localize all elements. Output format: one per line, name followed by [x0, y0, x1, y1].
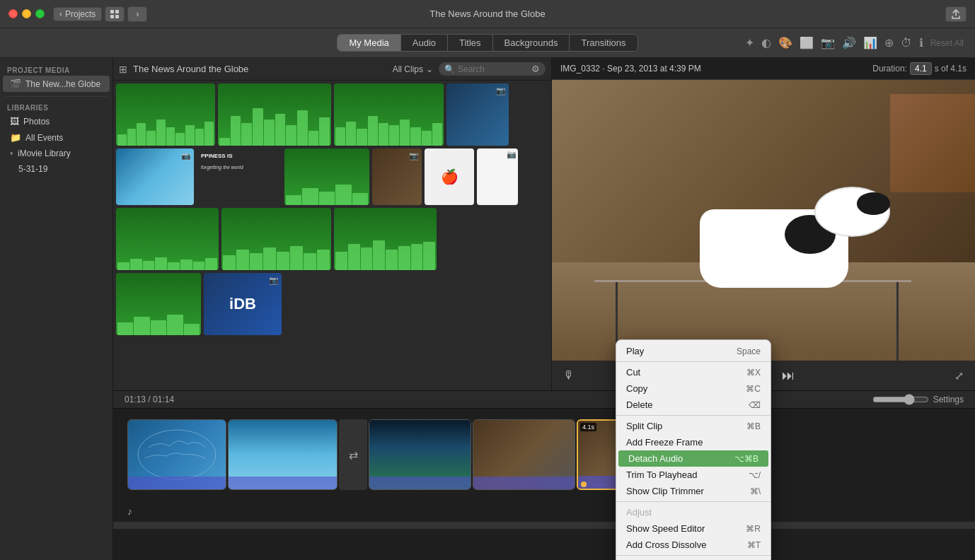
duration-value[interactable]: 4.1: [910, 62, 932, 75]
clip-thumbnail-card[interactable]: 🍎: [425, 148, 474, 205]
project-media-label: PROJECT MEDIA: [0, 64, 112, 76]
timeline-transition[interactable]: ⇄: [339, 419, 367, 490]
close-button[interactable]: [8, 9, 18, 18]
clip-thumbnail-5[interactable]: [221, 208, 331, 270]
fast-forward-button[interactable]: ⏭: [782, 368, 795, 383]
sidebar-item-photos[interactable]: 🖼 Photos: [3, 113, 110, 129]
thumbnail-grid: 📷 📷 PPINESS IS forgetting the world: [113, 81, 551, 390]
clip-thumbnail-idb[interactable]: 📷 iDB: [204, 273, 282, 335]
clip-thumbnail-3[interactable]: [334, 83, 444, 146]
ctx-split-clip[interactable]: Split Clip ⌘B: [616, 418, 771, 434]
camera-badge-3-icon: 📷: [409, 151, 419, 161]
ctx-detach-audio[interactable]: Detach Audio ⌥⌘B: [618, 450, 768, 467]
ctx-separator-4: [616, 555, 771, 556]
reset-all-button[interactable]: Reset All: [930, 38, 964, 48]
clip-thumbnail-7[interactable]: [116, 273, 201, 335]
timeline-clip-waterfall[interactable]: [228, 419, 338, 490]
ctx-separator-1: [616, 361, 771, 362]
fullscreen-icon[interactable]: ⤢: [954, 369, 964, 383]
equalizer-icon[interactable]: 📊: [863, 36, 877, 49]
clip-thumbnail-waterfall[interactable]: 📷: [116, 148, 194, 205]
timeline-settings: Settings: [872, 394, 964, 405]
clip-thumbnail-green-mid[interactable]: [284, 148, 369, 205]
microphone-icon[interactable]: 🎙: [563, 369, 575, 382]
ctx-show-clip-trimmer[interactable]: Show Clip Trimmer ⌘\: [616, 483, 771, 499]
ctx-separator-2: [616, 415, 771, 416]
info-icon[interactable]: ℹ: [919, 36, 923, 49]
ctx-add-cross-dissolve[interactable]: Add Cross Dissolve ⌘T: [616, 537, 771, 553]
timeline-clip-aurora[interactable]: [369, 419, 471, 490]
ctx-trim-to-playhead[interactable]: Trim To Playhead ⌥/: [616, 467, 771, 483]
nav-forward-button[interactable]: ›: [127, 6, 147, 22]
grid-view-icon[interactable]: ⊞: [119, 64, 127, 75]
duration-label: Duration:: [872, 64, 907, 74]
tab-group: My Media Audio Titles Backgrounds Transi…: [337, 34, 638, 52]
ctx-delete[interactable]: Delete ⌫: [616, 397, 771, 413]
search-settings-icon[interactable]: ⚙: [531, 64, 540, 74]
chevron-left-icon: ‹: [59, 9, 62, 19]
clip-handle-left[interactable]: [581, 482, 587, 487]
preview-header: IMG_0332 · Sep 23, 2013 at 4:39 PM Durat…: [552, 58, 975, 80]
clip-thumbnail-6[interactable]: [334, 208, 437, 270]
thumb-row-1: 📷: [116, 83, 548, 146]
tab-backgrounds[interactable]: Backgrounds: [493, 35, 570, 51]
browser-header: ⊞ The News Around the Globe All Clips ⌄ …: [113, 58, 551, 81]
clip-thumbnail-dog-mid[interactable]: 📷: [372, 148, 422, 205]
maximize-button[interactable]: [35, 9, 45, 18]
ctx-show-clip-trimmer-label: Show Clip Trimmer: [626, 486, 704, 496]
camera-icon[interactable]: 📷: [821, 36, 835, 49]
sidebar-item-imovie-library[interactable]: ▾ iMovie Library: [3, 146, 110, 161]
ctx-cut-label: Cut: [626, 367, 640, 378]
nav-grid-button[interactable]: [105, 6, 125, 22]
ctx-play[interactable]: Play Space: [616, 343, 771, 359]
clip-thumbnail-text[interactable]: PPINESS IS forgetting the world: [197, 148, 282, 205]
waveform-mid: [284, 171, 369, 205]
clip-thumbnail-photo-1[interactable]: 📷: [446, 83, 509, 146]
search-bar[interactable]: 🔍 ⚙: [439, 62, 546, 76]
tab-my-media[interactable]: My Media: [338, 35, 400, 51]
toolbar: My Media Audio Titles Backgrounds Transi…: [0, 28, 975, 58]
zoom-slider[interactable]: [872, 394, 929, 405]
film-icon: 🎬: [10, 78, 21, 89]
expand-triangle: ▾: [10, 150, 13, 157]
color-balance-icon[interactable]: 🎨: [778, 36, 792, 49]
ctx-copy[interactable]: Copy ⌘C: [616, 380, 771, 397]
sidebar-item-all-events[interactable]: 📁 All Events: [3, 129, 110, 146]
music-note-row: ♪: [113, 501, 975, 522]
sidebar-item-date[interactable]: 5-31-19: [3, 161, 110, 177]
sidebar: PROJECT MEDIA 🎬 The New...he Globe LIBRA…: [0, 58, 113, 560]
clip-thumbnail-card-2[interactable]: 📷: [477, 148, 518, 205]
timeline-clip-dog-hand[interactable]: [473, 419, 575, 490]
ctx-delete-shortcut: ⌫: [749, 400, 761, 410]
tab-transitions[interactable]: Transitions: [570, 35, 637, 51]
ctx-add-freeze-frame[interactable]: Add Freeze Frame: [616, 434, 771, 450]
filter-dropdown[interactable]: All Clips ⌄: [393, 64, 433, 74]
tab-audio[interactable]: Audio: [401, 35, 448, 51]
search-input[interactable]: [458, 64, 529, 74]
camera-badge-icon: 📷: [496, 86, 506, 95]
crop-icon[interactable]: ⬜: [800, 36, 814, 49]
noise-reduction-icon[interactable]: ⊕: [884, 36, 894, 49]
settings-label[interactable]: Settings: [933, 395, 964, 404]
clip-thumbnail-1[interactable]: [116, 83, 215, 146]
share-button[interactable]: [945, 6, 967, 22]
tab-titles[interactable]: Titles: [448, 35, 493, 51]
volume-icon[interactable]: 🔊: [842, 36, 856, 49]
browser-title: The News Around the Globe: [133, 64, 387, 74]
speed-icon[interactable]: ⏱: [901, 37, 912, 49]
clip-thumbnail-4[interactable]: [116, 208, 219, 270]
color-correction-icon[interactable]: ◐: [761, 36, 771, 49]
svg-rect-2: [110, 15, 114, 18]
minimize-button[interactable]: [22, 9, 31, 18]
timeline-clip-map[interactable]: [127, 419, 226, 490]
timeline-scrollbar[interactable]: [113, 522, 975, 529]
ctx-split-clip-label: Split Clip: [626, 421, 662, 431]
projects-button[interactable]: ‹ Projects: [53, 7, 102, 21]
clip-thumbnail-2[interactable]: [218, 83, 331, 146]
filter-chevron-icon: ⌄: [426, 64, 433, 74]
sidebar-item-project[interactable]: 🎬 The New...he Globe: [3, 76, 110, 92]
magic-wand-icon[interactable]: ✦: [745, 36, 754, 49]
ctx-show-speed-editor[interactable]: Show Speed Editor ⌘R: [616, 520, 771, 537]
preview-duration: Duration: 4.1 s of 4.1s: [872, 62, 967, 75]
ctx-cut[interactable]: Cut ⌘X: [616, 364, 771, 380]
